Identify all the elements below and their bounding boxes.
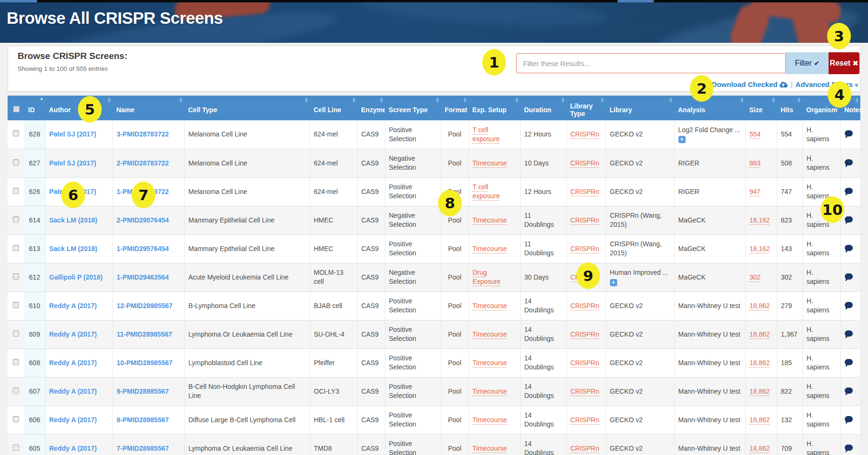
name-link[interactable]: 9-PMID28985567: [117, 387, 169, 395]
note-comment-icon[interactable]: [845, 445, 853, 451]
expand-plus-icon[interactable]: +: [610, 279, 617, 286]
author-link[interactable]: Reddy A (2017): [49, 359, 97, 367]
exp-setup-link[interactable]: Timecourse: [473, 387, 507, 395]
size-link[interactable]: 883: [750, 159, 761, 167]
note-comment-icon[interactable]: [845, 302, 853, 308]
sort-asc-icon[interactable]: ▴: [40, 97, 43, 100]
expand-plus-icon[interactable]: +: [678, 136, 686, 143]
library-type-link[interactable]: CRISPRn: [571, 159, 600, 167]
name-link[interactable]: 1-PMID29463564: [117, 273, 169, 281]
column-header-exp_setup[interactable]: Exp. Setup▴▾: [468, 96, 520, 120]
row-checkbox[interactable]: [13, 188, 19, 194]
download-checked-link[interactable]: Download Checked: [712, 80, 788, 88]
column-header-screen_type[interactable]: Screen Type▴▾: [385, 96, 441, 120]
sort-icon[interactable]: ▴▾: [108, 97, 110, 103]
size-link[interactable]: 18,862: [750, 330, 770, 338]
size-link[interactable]: 18,862: [750, 416, 770, 424]
exp-setup-link[interactable]: Timecourse: [473, 159, 507, 167]
column-header-enzyme[interactable]: Enzyme▴▾: [357, 96, 385, 120]
author-link[interactable]: Reddy A (2017): [49, 330, 97, 338]
column-header-format[interactable]: Format▴▾: [441, 96, 468, 120]
sort-icon[interactable]: ▴▾: [436, 97, 439, 103]
library-type-link[interactable]: CRISPRn: [571, 416, 600, 424]
column-header-duration[interactable]: Duration▴▾: [520, 96, 566, 120]
size-link[interactable]: 18,862: [750, 387, 770, 395]
library-type-link[interactable]: CRISPRn: [571, 216, 600, 224]
exp-setup-link[interactable]: T cell exposure: [473, 183, 500, 200]
size-link[interactable]: 947: [750, 188, 761, 195]
sort-icon[interactable]: ▴▾: [464, 97, 466, 103]
author-link[interactable]: Sack LM (2018): [49, 245, 97, 252]
row-checkbox[interactable]: [13, 273, 19, 280]
library-type-link[interactable]: CRISPRn: [571, 387, 600, 395]
filter-input[interactable]: [516, 53, 786, 73]
library-type-link[interactable]: CRISPRn: [571, 330, 600, 338]
exp-setup-link[interactable]: Timecourse: [473, 359, 507, 367]
sort-icon[interactable]: ▴▾: [856, 97, 858, 103]
library-type-link[interactable]: CRISPRn: [571, 359, 600, 367]
note-comment-icon[interactable]: [845, 130, 853, 136]
sort-icon[interactable]: ▴▾: [772, 97, 774, 103]
column-header-name[interactable]: Name▴▾: [113, 96, 184, 120]
filter-button[interactable]: Filter ✔: [786, 52, 829, 74]
author-link[interactable]: Reddy A (2017): [49, 445, 97, 452]
reset-button[interactable]: Reset ✖: [829, 52, 859, 74]
name-link[interactable]: 7-PMID28985567: [117, 445, 169, 452]
sort-icon[interactable]: ▴▾: [380, 97, 382, 103]
author-link[interactable]: Reddy A (2017): [49, 387, 97, 395]
note-comment-icon[interactable]: [845, 359, 853, 365]
size-link[interactable]: 18,862: [750, 359, 770, 367]
exp-setup-link[interactable]: Timecourse: [473, 445, 507, 452]
author-link[interactable]: Gallipoli P (2018): [49, 273, 103, 281]
sort-icon[interactable]: ▴▾: [601, 97, 603, 103]
exp-setup-link[interactable]: Drug Exposure: [473, 269, 501, 285]
exp-setup-link[interactable]: Timecourse: [473, 302, 507, 310]
sort-icon[interactable]: ▴▾: [353, 97, 355, 103]
note-comment-icon[interactable]: [845, 245, 853, 251]
library-type-link[interactable]: CRISPRn: [571, 130, 600, 138]
column-header-analysis[interactable]: Analysis▴▾: [674, 96, 745, 120]
note-comment-icon[interactable]: [845, 330, 853, 337]
author-link[interactable]: Sack LM (2018): [49, 216, 97, 224]
exp-setup-link[interactable]: Timecourse: [473, 216, 507, 224]
exp-setup-link[interactable]: T cell exposure: [473, 126, 500, 143]
library-type-link[interactable]: CRISPRn: [571, 188, 600, 195]
select-all-header[interactable]: [8, 96, 24, 120]
sort-icon[interactable]: ▴▾: [798, 97, 800, 103]
exp-setup-link[interactable]: Timecourse: [473, 416, 507, 424]
name-link[interactable]: 8-PMID28985567: [117, 416, 169, 424]
column-header-library_type[interactable]: Library Type▴▾: [566, 96, 606, 120]
name-link[interactable]: 2-PMID28783722: [117, 159, 169, 167]
column-header-hits[interactable]: Hits▴▾: [777, 96, 802, 120]
row-checkbox[interactable]: [13, 130, 19, 136]
author-link[interactable]: Patel SJ (2017): [49, 130, 96, 138]
name-link[interactable]: 10-PMID28985567: [117, 359, 173, 367]
row-checkbox[interactable]: [13, 330, 19, 337]
sort-icon[interactable]: ▴▾: [562, 97, 564, 103]
sort-icon[interactable]: ▴▾: [669, 97, 672, 103]
name-link[interactable]: 2-PMID29576454: [117, 216, 169, 224]
row-checkbox[interactable]: [13, 302, 19, 308]
row-checkbox[interactable]: [13, 159, 19, 165]
select-all-checkbox[interactable]: [13, 106, 19, 112]
size-link[interactable]: 554: [750, 130, 761, 138]
note-comment-icon[interactable]: [845, 416, 853, 422]
size-link[interactable]: 302: [750, 273, 761, 281]
size-link[interactable]: 18,162: [750, 216, 770, 224]
note-comment-icon[interactable]: [845, 216, 853, 223]
row-checkbox[interactable]: [13, 359, 19, 365]
row-checkbox[interactable]: [13, 216, 19, 223]
column-header-id[interactable]: ID▴: [24, 96, 45, 120]
sort-icon[interactable]: ▴▾: [741, 97, 743, 103]
size-link[interactable]: 18,862: [750, 445, 770, 452]
library-type-link[interactable]: CRISPRn: [571, 245, 600, 252]
sort-icon[interactable]: ▴▾: [515, 97, 518, 103]
row-checkbox[interactable]: [13, 416, 19, 422]
name-link[interactable]: 1-PMID29576454: [117, 245, 169, 252]
row-checkbox[interactable]: [13, 387, 19, 394]
name-link[interactable]: 3-PMID28783722: [117, 130, 169, 138]
column-header-library[interactable]: Library▴▾: [606, 96, 674, 120]
row-checkbox[interactable]: [13, 245, 19, 251]
note-comment-icon[interactable]: [845, 159, 853, 165]
author-link[interactable]: Patel SJ (2017): [49, 159, 96, 167]
